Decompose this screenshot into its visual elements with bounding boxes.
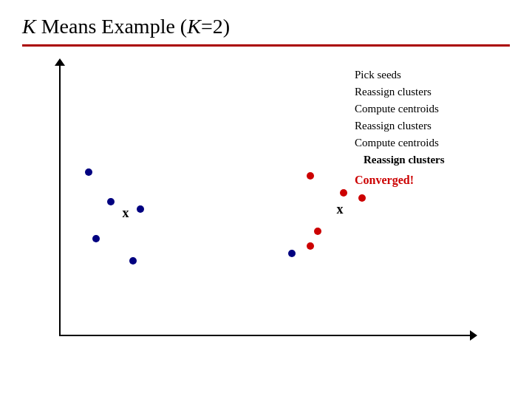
y-axis: [59, 61, 61, 335]
chart-area: x x: [22, 54, 347, 372]
title-k-italic: K: [22, 15, 36, 38]
step-reassign-2: Reassign clusters: [355, 120, 510, 132]
title-underline: [22, 44, 510, 47]
point-p4: [92, 235, 100, 242]
title-equals: =2): [201, 15, 230, 38]
point-p9: [314, 228, 321, 235]
point-p8: [358, 194, 366, 202]
title-k2-italic: K: [187, 15, 201, 38]
slide-title: K Means Example (K=2): [22, 15, 230, 38]
step-compute-2: Compute centroids: [355, 137, 510, 149]
steps-area: Pick seeds Reassign clusters Compute cen…: [347, 54, 510, 372]
step-reassign-3: Reassign clusters: [355, 154, 510, 166]
step-compute-1: Compute centroids: [355, 103, 510, 115]
centroid-right: x: [337, 202, 344, 217]
content-area: x x Pick seeds Reassign clusters Compute…: [22, 54, 510, 372]
point-p3: [137, 205, 144, 213]
x-axis-arrow: [470, 330, 477, 341]
x-axis: [59, 335, 473, 336]
point-extra1: [288, 250, 296, 257]
centroid-left: x: [123, 205, 129, 221]
step-reassign-1: Reassign clusters: [355, 86, 510, 98]
point-p6: [307, 172, 314, 180]
title-main: Means Example (: [36, 15, 188, 38]
point-p5: [129, 257, 137, 265]
point-p7: [340, 189, 347, 197]
title-area: K Means Example (K=2): [22, 15, 510, 38]
point-p10: [307, 242, 314, 250]
point-p2: [107, 198, 115, 205]
slide: K Means Example (K=2) x: [0, 0, 532, 399]
point-p1: [85, 168, 92, 176]
step-pick-seeds: Pick seeds: [355, 69, 510, 81]
step-converged: Converged!: [355, 174, 510, 187]
